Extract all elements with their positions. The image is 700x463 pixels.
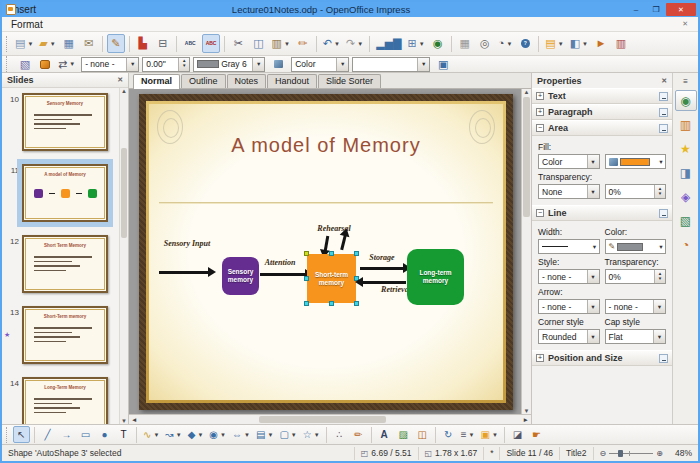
maximize-button[interactable]: ❒ (646, 3, 666, 16)
hyperlink-icon[interactable]: ◉ (429, 34, 447, 53)
zoom-track[interactable] (609, 453, 653, 454)
styles-tab-icon[interactable]: ◈ (675, 186, 697, 207)
paint-can-icon[interactable] (36, 55, 54, 74)
vertical-scrollbar[interactable]: ▲ ▼ (521, 89, 531, 414)
slide-transition-tab-icon[interactable]: ◨ (675, 162, 697, 183)
arrow-start-select[interactable]: - none -▼ (538, 299, 600, 314)
section-line[interactable]: − Line (532, 205, 672, 221)
tab-slide-sorter[interactable]: Slide Sorter (318, 74, 381, 88)
collapse-icon[interactable]: − (536, 209, 544, 217)
master-pages-tab-icon[interactable]: ▥ (675, 114, 697, 135)
spinner-arrows-icon[interactable]: ▲▼ (178, 58, 189, 71)
properties-tab-icon[interactable]: ◉ (675, 90, 697, 111)
scroll-left-icon[interactable]: ◄ (131, 416, 137, 423)
more-options-button[interactable] (659, 354, 668, 363)
save-icon[interactable]: ▦ (60, 34, 78, 53)
long-term-memory-box[interactable]: Long-term memory (407, 249, 464, 305)
styles-and-formatting-icon[interactable]: ▧ (16, 55, 34, 74)
basic-shapes-icon[interactable]: ◆▼ (186, 426, 206, 443)
callouts-icon[interactable]: ▢▼ (277, 426, 298, 443)
gallery-icon[interactable]: ◫ (414, 426, 431, 443)
edit-mode-icon[interactable]: ✎ (107, 34, 125, 53)
expand-icon[interactable]: + (536, 354, 544, 362)
chart-icon[interactable]: ▂▅▇ (374, 34, 403, 53)
area-fill-type-select[interactable]: Color▼ (291, 57, 349, 72)
slide-thumbnail-10[interactable]: 10Sensory Memory (2, 91, 128, 153)
label-storage[interactable]: Storage (361, 253, 403, 262)
arrow-attention[interactable] (260, 273, 306, 276)
slide-thumbnail-13[interactable]: 13Short-Term memory (2, 304, 128, 366)
display-grid-icon[interactable]: ▦ (456, 34, 474, 53)
print-icon[interactable]: ⊟ (154, 34, 172, 53)
slide-title[interactable]: A model of Memory (149, 134, 503, 157)
close-button[interactable]: ✕ (666, 3, 696, 16)
area-style-icon[interactable] (269, 55, 287, 74)
section-position-size[interactable]: + Position and Size (532, 350, 672, 366)
menu-item-format[interactable]: Format (6, 17, 66, 32)
label-attention[interactable]: Attention (259, 258, 301, 267)
custom-animation-tab-icon[interactable]: ★ (675, 138, 697, 159)
fill-color-select[interactable]: ▼ (605, 154, 667, 169)
zoom-in-icon[interactable]: ⊕ (656, 449, 663, 458)
connector-icon[interactable]: ↝▼ (163, 426, 183, 443)
scrollbar-thumb[interactable] (259, 416, 386, 423)
ellipse-icon[interactable]: ● (96, 426, 113, 443)
help-icon[interactable]: ? (516, 34, 534, 53)
slide-show-icon[interactable]: ► (592, 34, 610, 53)
slide-thumbnail-14[interactable]: 14Long-Term Memory (2, 375, 128, 424)
line-width-spinner[interactable]: 0.00" ▲▼ (142, 57, 190, 72)
sidebar-menu-icon[interactable]: ≡ (675, 75, 697, 87)
collapse-icon[interactable]: − (536, 124, 544, 132)
line-transparency-spinner[interactable]: 0% ▲▼ (605, 269, 667, 284)
line-arrow-icon[interactable]: → (58, 426, 75, 443)
autospellcheck-icon[interactable]: ABC (202, 34, 221, 53)
alignment-icon[interactable]: ≡▼ (459, 426, 477, 443)
open-folder-icon[interactable]: ▰▼ (37, 34, 57, 53)
scrollbar-thumb[interactable] (121, 148, 127, 238)
symbol-shapes-icon[interactable]: ◉▼ (207, 426, 228, 443)
tab-normal[interactable]: Normal (133, 74, 180, 89)
expand-icon[interactable]: + (536, 108, 544, 116)
selection-handle[interactable] (354, 251, 359, 256)
flowchart-icon[interactable]: ▤▼ (254, 426, 275, 443)
selection-handle[interactable] (304, 276, 309, 281)
curve-icon[interactable]: ∿▼ (141, 426, 161, 443)
undo-icon[interactable]: ↶▼ (321, 34, 342, 53)
arrow-end-select[interactable]: - none -▼ (605, 299, 667, 314)
more-options-button[interactable] (659, 92, 668, 101)
slide-thumbnail-12[interactable]: 12★Short Term Memory (2, 233, 128, 295)
selection-handle[interactable] (329, 251, 334, 256)
area-fill-color-select[interactable]: ▼ (352, 57, 430, 72)
block-arrows-icon[interactable]: ⇔▼ (230, 426, 252, 443)
corner-style-select[interactable]: Rounded▼ (538, 329, 600, 344)
tab-handout[interactable]: Handout (267, 74, 317, 88)
extrusion-icon[interactable]: ◪ (509, 426, 526, 443)
scroll-up-icon[interactable]: ▲ (522, 89, 531, 95)
close-panel-icon[interactable]: ✕ (661, 77, 667, 85)
pdf-export-icon[interactable]: ▙ (134, 34, 152, 53)
rotate-icon[interactable]: ↻ (440, 426, 457, 443)
text-box-icon[interactable]: T (115, 426, 132, 443)
format-paintbrush-icon[interactable]: ✏ (294, 34, 312, 53)
slide-canvas[interactable]: A model of Memory Sensory Input Sensory … (139, 94, 513, 410)
horizontal-scrollbar[interactable]: ◄ ► (129, 414, 531, 424)
cap-style-select[interactable]: Flat▼ (605, 329, 667, 344)
scroll-right-icon[interactable]: ► (523, 416, 529, 423)
line-style-select[interactable]: - none -▼ (81, 57, 139, 72)
section-paragraph[interactable]: + Paragraph (532, 104, 672, 120)
rectangle-icon[interactable]: ▭ (77, 426, 94, 443)
edit-points-icon[interactable]: ∴ (331, 426, 348, 443)
navigator-tab-icon[interactable]: ◔ (675, 234, 697, 255)
close-panel-icon[interactable]: ✕ (117, 76, 123, 84)
slide-thumbnail-11[interactable]: 11A model of Memory (2, 162, 128, 224)
transparency-spinner[interactable]: 0% ▲▼ (605, 184, 667, 199)
new-slide-icon[interactable]: ▤▼ (543, 34, 565, 53)
zoom-percent[interactable]: 48% (669, 447, 698, 460)
selection-handle[interactable] (304, 301, 309, 306)
zoom-icon[interactable]: ◔▼ (496, 34, 515, 53)
section-text[interactable]: + Text (532, 88, 672, 104)
select-icon[interactable]: ↖ (13, 426, 30, 443)
line-icon[interactable]: ╱ (39, 426, 56, 443)
selection-handle[interactable] (329, 301, 334, 306)
table-icon[interactable]: ⊞▼ (406, 34, 427, 53)
